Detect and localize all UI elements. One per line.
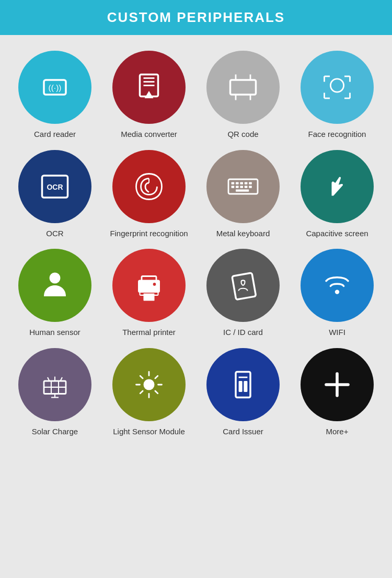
icon-circle-media-converter [112,51,186,124]
svg-rect-30 [232,186,235,188]
item-fingerprint-recognition[interactable]: Fingerprint recognition [105,150,193,239]
icon-circle-ocr: OCR [18,150,91,223]
svg-point-12 [330,79,343,92]
svg-rect-64 [239,381,243,392]
icon-circle-thermal-printer [112,249,186,322]
svg-rect-28 [245,182,248,184]
label-more: More+ [326,426,349,437]
item-metal-keyboard[interactable]: Metal keyboard [199,150,287,239]
item-human-sensor[interactable]: Human sensor [10,249,99,338]
svg-line-60 [155,376,158,378]
svg-point-36 [50,273,61,284]
label-face-recognition: Face recognition [308,129,366,140]
svg-line-61 [140,390,143,393]
item-qr-code[interactable]: QR code [199,51,287,140]
icon-circle-capacitive-screen [301,150,374,223]
label-fingerprint-recognition: Fingerprint recognition [110,228,188,239]
item-solar-charge[interactable]: Solar Charge [10,348,99,437]
icon-circle-face-recognition [301,51,374,124]
svg-rect-35 [236,189,249,191]
svg-line-58 [140,376,143,378]
label-metal-keyboard: Metal keyboard [216,228,270,239]
svg-text:OCR: OCR [47,182,63,191]
grid: ((·))Card readerMedia converterQR codeFa… [0,35,392,452]
item-wifi[interactable]: WIFI [293,249,382,338]
item-card-issuer[interactable]: Card Issuer [199,348,287,437]
item-capacitive-screen[interactable]: Capacitive screen [293,150,382,239]
item-ocr[interactable]: OCROCR [10,150,99,239]
label-media-converter: Media converter [121,129,177,140]
item-thermal-printer[interactable]: Thermal printer [105,249,193,338]
icon-circle-wifi [301,249,374,322]
svg-rect-40 [144,293,155,300]
svg-rect-26 [236,182,239,184]
label-light-sensor-module: Light Sensor Module [113,426,185,437]
page-title: CUSTOM PERIPHERALS [0,9,392,26]
svg-rect-62 [236,372,250,397]
svg-rect-27 [240,182,243,184]
item-more[interactable]: More+ [293,348,382,437]
label-wifi: WIFI [329,327,345,338]
icon-circle-metal-keyboard [206,150,280,223]
icon-circle-more [301,348,374,421]
icon-circle-human-sensor [18,249,91,322]
item-card-reader[interactable]: ((·))Card reader [10,51,99,140]
svg-rect-29 [249,182,252,184]
header: CUSTOM PERIPHERALS [0,0,392,35]
icon-circle-card-reader: ((·)) [18,51,91,124]
icon-circle-solar-charge [18,348,91,421]
svg-point-53 [144,379,155,390]
label-ic-id-card: IC / ID card [223,327,263,338]
svg-rect-32 [240,186,243,188]
svg-point-43 [335,290,339,294]
item-media-converter[interactable]: Media converter [105,51,193,140]
svg-rect-25 [232,182,235,184]
label-human-sensor: Human sensor [29,327,80,338]
svg-text:((·)): ((·)) [49,83,62,92]
item-light-sensor-module[interactable]: Light Sensor Module [105,348,193,437]
label-capacitive-screen: Capacitive screen [306,228,368,239]
svg-marker-6 [145,91,154,98]
label-card-issuer: Card Issuer [223,426,263,437]
label-solar-charge: Solar Charge [32,426,78,437]
label-qr-code: QR code [227,129,258,140]
svg-rect-33 [245,186,248,188]
item-face-recognition[interactable]: Face recognition [293,51,382,140]
icon-circle-card-issuer [206,348,280,421]
svg-rect-34 [249,186,252,188]
svg-rect-42 [232,273,256,299]
label-card-reader: Card reader [34,129,76,140]
label-thermal-printer: Thermal printer [122,327,176,338]
label-ocr: OCR [46,228,63,239]
svg-rect-7 [230,80,256,95]
icon-circle-light-sensor-module [112,348,186,421]
item-ic-id-card[interactable]: IC / ID card [199,249,287,338]
icon-circle-qr-code [206,51,280,124]
svg-rect-31 [236,186,239,188]
svg-line-59 [155,390,158,393]
svg-point-41 [153,283,156,286]
icon-circle-ic-id-card [206,249,280,322]
svg-rect-65 [244,381,247,392]
icon-circle-fingerprint-recognition [112,150,186,223]
